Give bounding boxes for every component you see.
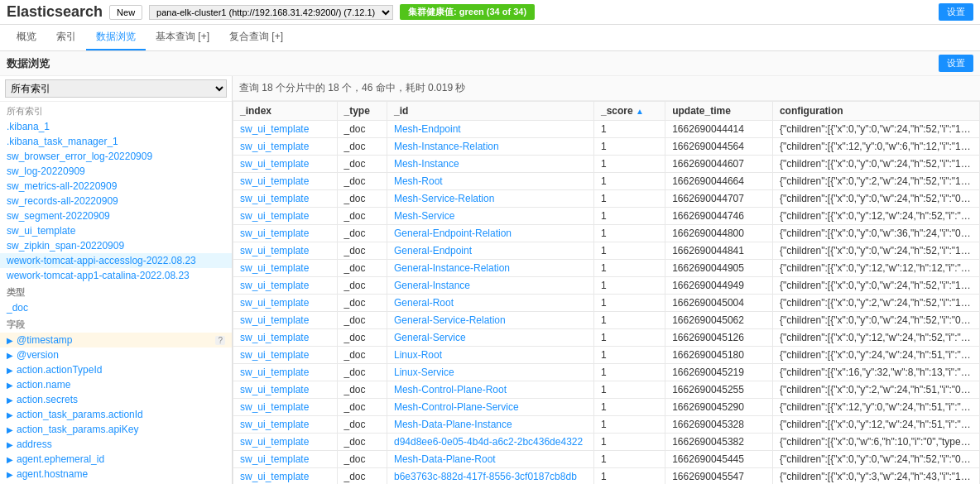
field-item[interactable]: ▶action_task_params.apiKey	[0, 422, 232, 437]
field-name: address	[17, 438, 52, 450]
table-cell-update_time: 1662690044800	[665, 225, 773, 242]
table-cell-_index: sw_ui_template	[233, 468, 338, 485]
field-item[interactable]: ▶address	[0, 437, 232, 452]
table-cell-_index: sw_ui_template	[233, 277, 338, 295]
table-cell-_type: _doc	[337, 121, 387, 138]
table-container[interactable]: _index_type_id_score ▲update_timeconfigu…	[233, 101, 980, 484]
table-row[interactable]: sw_ui_template_docMesh-Data-Plane-Root11…	[233, 451, 980, 468]
table-cell-_id: Mesh-Control-Plane-Service	[387, 399, 593, 416]
query-stats: 查询 18 个分片中的 18 个，46 命中，耗时 0.019 秒	[239, 81, 973, 95]
table-cell-_id: General-Service-Relation	[387, 312, 593, 329]
sidebar-index-label: 所有索引	[0, 102, 232, 119]
index-item[interactable]: sw_browser_error_log-20220909	[0, 149, 232, 164]
field-list: ▶@timestamp?▶@version▶action.actionTypeI…	[0, 333, 232, 484]
field-name: action.actionTypeId	[17, 364, 102, 376]
tab-data-browse[interactable]: 数据浏览	[86, 25, 146, 50]
index-item[interactable]: sw_zipkin_span-20220909	[0, 238, 232, 253]
table-cell-_id: Mesh-Instance	[387, 156, 593, 173]
table-cell-configuration: {"children":[{"x":0,"y":0,"w":24,"h":52,…	[772, 312, 979, 329]
index-item[interactable]: .kibana_1	[0, 119, 232, 134]
table-cell-_id: General-Root	[387, 295, 593, 312]
field-item[interactable]: ▶agent.hostname	[0, 467, 232, 482]
type-item[interactable]: _doc	[0, 300, 232, 315]
column-header-_score[interactable]: _score ▲	[594, 102, 665, 121]
table-cell-_index: sw_ui_template	[233, 173, 338, 190]
index-item[interactable]: sw_ui_template	[0, 223, 232, 238]
table-cell-_type: _doc	[337, 434, 387, 451]
cluster-dropdown[interactable]: pana-elk-cluster1 (http://192.168.31.42:…	[149, 5, 393, 20]
field-expand-icon: ▶	[7, 440, 13, 449]
table-row[interactable]: sw_ui_template_docGeneral-Instance-Relat…	[233, 260, 980, 277]
table-cell-_id: Mesh-Instance-Relation	[387, 138, 593, 156]
index-item[interactable]: .kibana_task_manager_1	[0, 134, 232, 149]
table-row[interactable]: sw_ui_template_docGeneral-Endpoint-Relat…	[233, 225, 980, 242]
table-row[interactable]: sw_ui_template_docd94d8ee6-0e05-4b4d-a6c…	[233, 434, 980, 451]
table-cell-_score: 1	[594, 260, 665, 277]
table-row[interactable]: sw_ui_template_docMesh-Service1166269004…	[233, 208, 980, 225]
table-cell-_type: _doc	[337, 277, 387, 295]
index-item[interactable]: sw_metrics-all-20220909	[0, 179, 232, 194]
table-row[interactable]: sw_ui_template_docLinux-Root116626900451…	[233, 347, 980, 364]
index-item[interactable]: sw_records-all-20220909	[0, 194, 232, 208]
column-header-_index[interactable]: _index	[233, 102, 338, 121]
field-name: action_task_params.apiKey	[17, 424, 138, 435]
field-item[interactable]: ▶action_task_params.actionId	[0, 407, 232, 422]
table-cell-_score: 1	[594, 381, 665, 399]
field-item[interactable]: ▶@version	[0, 347, 232, 362]
table-cell-update_time: 1662690044564	[665, 138, 773, 156]
tab-overview[interactable]: 概览	[7, 25, 46, 50]
field-item[interactable]: ▶action.secrets	[0, 392, 232, 407]
table-cell-_index: sw_ui_template	[233, 434, 338, 451]
table-cell-configuration: {"children":[{"x":12,"y":0,"w":6,"h":12,…	[772, 138, 979, 156]
table-row[interactable]: sw_ui_template_docMesh-Control-Plane-Roo…	[233, 381, 980, 399]
tab-basic-query[interactable]: 基本查询 [+]	[146, 25, 219, 50]
table-row[interactable]: sw_ui_template_docMesh-Instance116626900…	[233, 156, 980, 173]
cluster-selector[interactable]: pana-elk-cluster1 (http://192.168.31.42:…	[149, 5, 393, 20]
field-item[interactable]: ▶@timestamp?	[0, 333, 232, 347]
settings-button[interactable]: 设置	[939, 3, 973, 21]
table-cell-update_time: 1662690044746	[665, 208, 773, 225]
table-row[interactable]: sw_ui_template_docb6e3763c-882d-417f-855…	[233, 468, 980, 485]
table-cell-_type: _doc	[337, 295, 387, 312]
table-cell-_type: _doc	[337, 260, 387, 277]
table-cell-update_time: 1662690045445	[665, 451, 773, 468]
new-button[interactable]: New	[109, 5, 142, 20]
field-item[interactable]: ▶action.actionTypeId	[0, 362, 232, 377]
table-cell-_index: sw_ui_template	[233, 381, 338, 399]
table-row[interactable]: sw_ui_template_docGeneral-Service-Relati…	[233, 312, 980, 329]
table-row[interactable]: sw_ui_template_docLinux-Service116626900…	[233, 364, 980, 381]
table-row[interactable]: sw_ui_template_docMesh-Endpoint116626900…	[233, 121, 980, 138]
table-row[interactable]: sw_ui_template_docMesh-Data-Plane-Instan…	[233, 416, 980, 434]
index-item[interactable]: wework-tomcat-app1-catalina-2022.08.23	[0, 268, 232, 283]
index-item[interactable]: sw_segment-20220909	[0, 208, 232, 223]
field-item[interactable]: ▶agent.ephemeral_id	[0, 452, 232, 467]
table-cell-configuration: {"children":[{"x":16,"y":32,"w":8,"h":13…	[772, 364, 979, 381]
tab-complex-query[interactable]: 复合查询 [+]	[219, 25, 293, 50]
index-select[interactable]: 所有索引	[5, 79, 227, 98]
index-item[interactable]: sw_log-20220909	[0, 164, 232, 179]
field-item[interactable]: ▶action.name	[0, 377, 232, 392]
table-cell-_id: General-Service	[387, 329, 593, 347]
table-row[interactable]: sw_ui_template_docGeneral-Service1166269…	[233, 329, 980, 347]
table-row[interactable]: sw_ui_template_docMesh-Root1166269004466…	[233, 173, 980, 190]
table-cell-_type: _doc	[337, 173, 387, 190]
column-header-_type[interactable]: _type	[337, 102, 387, 121]
table-row[interactable]: sw_ui_template_docMesh-Service-Relation1…	[233, 190, 980, 208]
table-cell-_score: 1	[594, 329, 665, 347]
table-row[interactable]: sw_ui_template_docGeneral-Instance116626…	[233, 277, 980, 295]
table-cell-_id: b6e3763c-882d-417f-8556-3cf0187cb8db	[387, 468, 593, 485]
field-label: 字段	[0, 315, 232, 333]
table-row[interactable]: sw_ui_template_docGeneral-Root1166269004…	[233, 295, 980, 312]
table-cell-_index: sw_ui_template	[233, 451, 338, 468]
column-header-update_time[interactable]: update_time	[665, 102, 773, 121]
table-row[interactable]: sw_ui_template_docGeneral-Endpoint116626…	[233, 242, 980, 260]
data-browse-settings-button[interactable]: 设置	[939, 55, 973, 72]
column-header-configuration[interactable]: configuration	[772, 102, 979, 121]
table-row[interactable]: sw_ui_template_docMesh-Control-Plane-Ser…	[233, 399, 980, 416]
table-cell-_type: _doc	[337, 347, 387, 364]
tab-indices[interactable]: 索引	[46, 25, 86, 50]
table-cell-_score: 1	[594, 347, 665, 364]
table-row[interactable]: sw_ui_template_docMesh-Instance-Relation…	[233, 138, 980, 156]
column-header-_id[interactable]: _id	[387, 102, 593, 121]
index-item[interactable]: wework-tomcat-appi-accesslog-2022.08.23	[0, 253, 232, 268]
